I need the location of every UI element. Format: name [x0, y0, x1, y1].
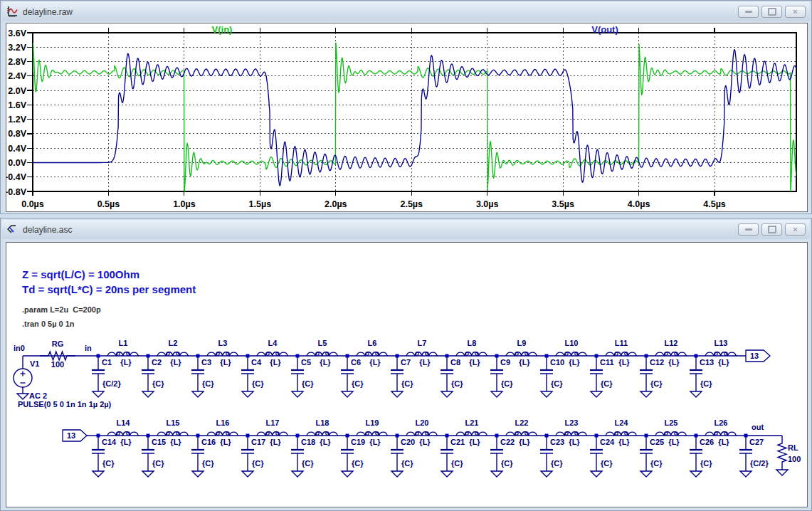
schematic-canvas[interactable]: Z = sqrt(L/C) = 100Ohm Td = sqrt(L*C) = …	[6, 242, 808, 507]
capacitor-C11[interactable]: C11{C}	[590, 356, 614, 397]
capacitor-C1[interactable]: C1{C/2}	[92, 356, 121, 397]
ground-icon[interactable]	[391, 391, 403, 397]
capacitor-C16[interactable]: C16{C}	[191, 436, 216, 477]
ground-icon[interactable]	[640, 471, 652, 477]
ground-icon[interactable]	[591, 471, 602, 477]
ground-icon[interactable]	[591, 391, 602, 397]
capacitor-C20[interactable]: C20{C}	[391, 436, 415, 477]
ground-icon[interactable]	[690, 391, 702, 397]
capacitor-C8[interactable]: C8{C}	[441, 356, 463, 397]
trace-label-vout[interactable]: V(out)	[591, 24, 618, 35]
capacitor-C27[interactable]: C27{C/2}	[739, 436, 769, 477]
capacitor-C18[interactable]: C18{C}	[291, 436, 315, 477]
inductor-L3[interactable]: L3{L}	[207, 339, 238, 367]
ground-icon[interactable]	[391, 471, 403, 477]
inductor-L2[interactable]: L2{L}	[157, 339, 188, 367]
resistor-RG[interactable]: RG100	[40, 339, 75, 369]
inductor-name: L10	[565, 339, 579, 347]
minimize-button[interactable]	[738, 6, 759, 18]
ground-icon[interactable]	[342, 391, 353, 397]
capacitor-C23[interactable]: C23{C}	[540, 436, 564, 477]
plot-grid	[33, 33, 796, 191]
inductor-L8[interactable]: L8{L}	[456, 339, 487, 367]
waveform-plot-canvas[interactable]: 3.6V3.2V2.8V2.4V2.0V1.6V1.2V0.8V0.4V0.0V…	[6, 23, 808, 212]
capacitor-C3[interactable]: C3{C}	[191, 356, 214, 397]
waveform-file-icon	[6, 6, 19, 19]
capacitor-C7[interactable]: C7{C}	[391, 356, 413, 397]
inductor-L7[interactable]: L7{L}	[406, 339, 437, 367]
inductor-L9[interactable]: L9{L}	[506, 339, 537, 367]
ground-icon[interactable]	[690, 471, 702, 477]
ground-icon[interactable]	[491, 471, 502, 477]
close-button[interactable]: ✕	[785, 6, 806, 18]
inductor-value: {L}	[569, 358, 580, 367]
waveform-window-titlebar[interactable]: delayline.raw ✕	[2, 2, 810, 21]
capacitor-C2[interactable]: C2{C}	[142, 356, 164, 397]
ground-icon[interactable]	[93, 471, 104, 477]
inductor-L6[interactable]: L6{L}	[357, 339, 387, 367]
net-label-in: in	[85, 344, 92, 352]
schematic-annotation-impedance[interactable]: Z = sqrt(L/C) = 100Ohm	[22, 268, 139, 280]
ground-icon[interactable]	[17, 394, 28, 399]
restore-button[interactable]	[761, 223, 782, 236]
ground-icon[interactable]	[441, 471, 453, 477]
inductor-L1[interactable]: L1{L}	[107, 339, 138, 367]
ladder-row-1: in0V1AC 2PULSE(0 5 0 1n 1n 1µ 2µ)RG100in…	[14, 339, 770, 409]
resistor-RL[interactable]: RL100	[776, 436, 801, 475]
y-axis-label: 0.4V	[8, 144, 26, 154]
capacitor-C13[interactable]: C13{C}	[690, 356, 714, 397]
capacitor-C17[interactable]: C17{C}	[241, 436, 265, 477]
inductor-name: L7	[418, 339, 427, 347]
capacitor-name: C15	[152, 438, 166, 446]
ground-icon[interactable]	[491, 391, 502, 397]
net-flag-13[interactable]: 13	[746, 350, 770, 362]
ground-icon[interactable]	[242, 471, 253, 477]
trace-label-vin[interactable]: V(in)	[212, 24, 233, 35]
ground-icon[interactable]	[242, 391, 253, 397]
capacitor-C21[interactable]: C21{C}	[441, 436, 465, 477]
ground-icon[interactable]	[292, 471, 303, 477]
ground-icon[interactable]	[776, 470, 788, 475]
spice-directive-tran[interactable]: .tran 0 5µ 0 1n	[22, 320, 75, 328]
ground-icon[interactable]	[292, 391, 303, 397]
capacitor-C9[interactable]: C9{C}	[490, 356, 513, 397]
capacitor-C19[interactable]: C19{C}	[341, 436, 365, 477]
ground-icon[interactable]	[441, 391, 453, 397]
ground-icon[interactable]	[541, 471, 552, 477]
capacitor-C24[interactable]: C24{C}	[590, 436, 615, 477]
capacitor-C6[interactable]: C6{C}	[341, 356, 364, 397]
schematic-annotation-delay[interactable]: Td = sqrt(L*C) = 20ns per segment	[22, 283, 196, 295]
close-button[interactable]: ✕	[785, 223, 806, 236]
schematic-window-titlebar[interactable]: delayline.asc ✕	[2, 220, 810, 239]
inductor-L4[interactable]: L4{L}	[257, 339, 288, 367]
spice-directive-param[interactable]: .param L=2u C=200p	[22, 305, 101, 314]
ground-icon[interactable]	[740, 471, 752, 477]
capacitor-C12[interactable]: C12{C}	[640, 356, 664, 397]
ground-icon[interactable]	[192, 391, 204, 397]
ground-icon[interactable]	[192, 471, 204, 477]
ground-icon[interactable]	[142, 471, 154, 477]
capacitor-C15[interactable]: C15{C}	[142, 436, 166, 477]
ground-icon[interactable]	[541, 391, 552, 397]
net-flag-13[interactable]: 13	[63, 430, 87, 441]
capacitor-C10[interactable]: C10{C}	[540, 356, 564, 397]
capacitor-C25[interactable]: C25{C}	[640, 436, 664, 477]
restore-button[interactable]	[761, 6, 782, 18]
minimize-button[interactable]	[738, 223, 759, 236]
capacitor-value: {C}	[601, 459, 613, 468]
capacitor-C26[interactable]: C26{C}	[690, 436, 714, 477]
ground-icon[interactable]	[142, 391, 154, 397]
ground-icon[interactable]	[93, 391, 104, 397]
ground-icon[interactable]	[640, 391, 652, 397]
capacitor-name: C6	[351, 358, 361, 367]
capacitor-value: {C}	[401, 379, 413, 388]
capacitor-C14[interactable]: C14{C}	[92, 436, 117, 477]
capacitor-name: C8	[450, 358, 460, 367]
capacitor-C22[interactable]: C22{C}	[490, 436, 515, 477]
capacitor-C5[interactable]: C5{C}	[291, 356, 314, 397]
capacitor-C4[interactable]: C4{C}	[241, 356, 264, 397]
capacitor-value: {C}	[202, 459, 214, 468]
inductor-L5[interactable]: L5{L}	[307, 339, 337, 367]
capacitor-name: C4	[251, 358, 262, 367]
ground-icon[interactable]	[342, 471, 353, 477]
